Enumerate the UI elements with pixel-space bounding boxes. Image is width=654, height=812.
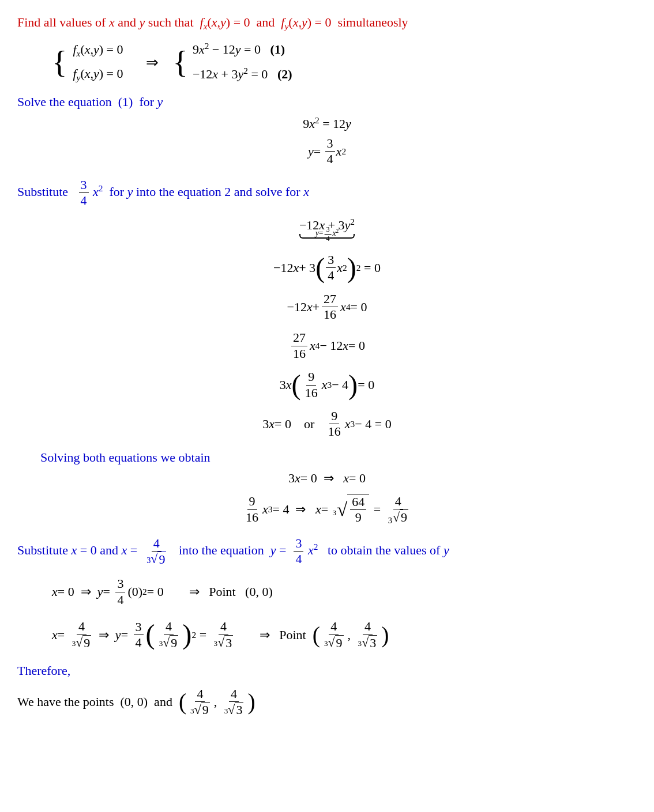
instruction-2: Substitute 3 4 x2 for y into the equatio… — [17, 177, 637, 209]
instruction-1: Solve the equation (1) for y — [17, 95, 637, 109]
instruction-3: Solving both equations we obtain — [40, 450, 637, 465]
therefore-label: Therefore, — [17, 663, 637, 678]
title-line: Find all values of x and y such that fx(… — [17, 15, 637, 32]
page-content: Find all values of x and y such that fx(… — [17, 15, 637, 718]
instruction-4: Substitute x = 0 and x = 4 3√9 into the … — [17, 536, 637, 568]
